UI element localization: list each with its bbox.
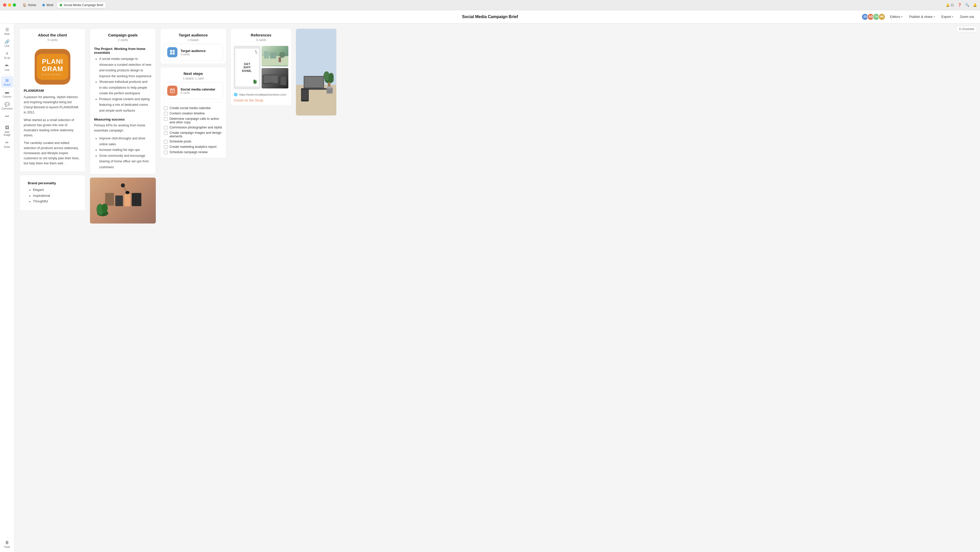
list-item: Showcase individual products and in-situ…: [99, 79, 152, 96]
board-icon-orange: [167, 86, 177, 96]
svg-point-21: [171, 92, 172, 92]
search-button[interactable]: 🔍: [965, 3, 969, 7]
sidebar-item-column[interactable]: ▬ Column: [1, 88, 13, 100]
help-button[interactable]: ❓: [958, 3, 962, 7]
checkbox-item-6[interactable]: Schedule posts: [164, 139, 223, 144]
social-cal-board[interactable]: Social media calendar 0 cards: [164, 82, 223, 99]
references-card: References 3 cards: [231, 29, 292, 106]
draw-icon: ✏: [5, 140, 10, 145]
editors-chevron: ▾: [901, 15, 902, 18]
svg-rect-29: [264, 51, 269, 59]
checkbox-6[interactable]: [164, 140, 167, 143]
svg-point-45: [329, 73, 334, 81]
notification-badge[interactable]: 🔔 21: [946, 3, 954, 7]
tab-campaign-label: Social Media Campaign Brief: [64, 3, 103, 7]
svg-rect-41: [304, 77, 323, 87]
checkbox-2[interactable]: [164, 112, 167, 116]
list-item: Increase mailing list sign ups: [99, 147, 152, 153]
checkbox-3[interactable]: [164, 117, 167, 121]
close-button[interactable]: [3, 3, 6, 6]
checkbox-item-5[interactable]: Create campaign images and design elemen…: [164, 130, 223, 139]
minimize-button[interactable]: [8, 3, 11, 6]
sidebar: ☰ Note 🔗 Link ≡ To-do ✒ Line ⊞ Board ▬ C…: [0, 24, 14, 552]
svg-line-8: [123, 185, 127, 192]
list-item: Produce original content and styling fea…: [99, 96, 152, 114]
editors-button[interactable]: Editors ▾: [888, 14, 905, 20]
checkbox-5[interactable]: [164, 131, 167, 135]
measuring-section: Measuring success Primary KPIs for worki…: [90, 116, 156, 174]
app-header: Social Media Campaign Brief JD AB CK MR …: [0, 10, 980, 24]
avatar-4: MR: [878, 13, 885, 21]
reference-image-poster: GETSHITDONE.: [234, 46, 261, 89]
titlebar-controls: 🔔 21 ❓ 🔍 🔔: [946, 3, 977, 7]
checkbox-8[interactable]: [164, 151, 167, 154]
target-audience-card: Target audience 1 board: [160, 29, 226, 64]
sidebar-item-add-image[interactable]: 🖼 Add image: [1, 124, 13, 138]
checkbox-1[interactable]: [164, 106, 167, 110]
checkbox-4[interactable]: [164, 126, 167, 130]
checkbox-item-8[interactable]: Schedule campaign review: [164, 150, 223, 155]
grid-icon: [170, 49, 175, 55]
project-bullets: A social media campaign to showcase a cu…: [94, 56, 152, 113]
goods-for-study-link[interactable]: Goods for the Study: [234, 98, 263, 102]
unsorted-badge: 0 Unsorted: [956, 26, 977, 32]
svg-rect-0: [105, 193, 114, 206]
list-item: A social media campaign to showcase a cu…: [99, 56, 152, 79]
tab-home[interactable]: 🏠 Home: [20, 2, 39, 8]
svg-point-20: [173, 91, 173, 91]
sidebar-item-draw[interactable]: ✏ Draw: [1, 138, 13, 150]
canvas-inner: About the client 5 cards PLANI GRAM STAT…: [14, 24, 980, 229]
fullscreen-button[interactable]: [13, 3, 16, 6]
svg-point-50: [326, 86, 333, 89]
sidebar-item-line[interactable]: ✒ Line: [1, 62, 13, 73]
comment-icon: 💬: [5, 102, 10, 107]
ref-goods-link[interactable]: Goods for the Study: [231, 97, 291, 106]
sidebar-item-trash[interactable]: 🗑 Trash: [1, 538, 13, 550]
target-audience-board[interactable]: Target audience 0 cards: [164, 44, 223, 61]
sidebar-item-comment[interactable]: 💬 Comment: [1, 100, 13, 112]
link-icon: 🔗: [5, 39, 10, 44]
svg-point-9: [126, 191, 129, 194]
column-icon: ▬: [5, 90, 10, 95]
about-client-body: PLANI GRAM STATIONARY PLANIGRAM A passio…: [20, 44, 85, 171]
references-header: References 3 cards: [231, 29, 291, 44]
checkbox-item-2[interactable]: Content creation timeline: [164, 111, 223, 116]
sidebar-item-todo[interactable]: ≡ To-do: [1, 49, 13, 61]
checkbox-item-7[interactable]: Create marketing analytics report: [164, 144, 223, 150]
svg-point-22: [172, 92, 173, 92]
campaign-tab-dot: [60, 4, 62, 6]
checkbox-7[interactable]: [164, 145, 167, 149]
zoom-button[interactable]: Zoom out: [958, 14, 976, 20]
publish-chevron: ▾: [934, 15, 935, 18]
campaign-goals-card: Campaign goals 2 cards The Project: Work…: [90, 29, 156, 174]
alert-button[interactable]: 🔔: [973, 3, 977, 7]
svg-rect-1: [115, 195, 123, 206]
list-item: Thoughtful: [33, 198, 77, 205]
calendar-icon: [170, 88, 175, 94]
list-item: Inspirational: [33, 193, 77, 199]
line-draw-icon: ✒: [5, 63, 10, 68]
work-tab-dot: [42, 4, 45, 6]
canvas-area[interactable]: 0 Unsorted About the client 5 cards PLAN…: [14, 24, 980, 552]
sidebar-item-note[interactable]: ☰ Note: [1, 25, 13, 37]
checkbox-list: Create social media calendar Content cre…: [161, 105, 226, 158]
tab-work[interactable]: Work: [40, 2, 56, 8]
svg-rect-13: [173, 52, 175, 54]
checkbox-item-4[interactable]: Commission photographer and stylist: [164, 125, 223, 130]
publish-button[interactable]: Publish & share ▾: [907, 14, 937, 20]
sidebar-item-link[interactable]: 🔗 Link: [1, 38, 13, 49]
note-icon: ☰: [5, 27, 10, 32]
campaign-goals-column: Campaign goals 2 cards The Project: Work…: [90, 29, 156, 224]
next-steps-card: Next steps 1 board, 1 card: [160, 67, 226, 158]
tab-campaign[interactable]: Social Media Campaign Brief: [57, 2, 106, 8]
checkbox-item-3[interactable]: Determine campaign calls to action and o…: [164, 116, 223, 125]
board-icon: ⊞: [5, 78, 10, 83]
sidebar-item-board[interactable]: ⊞ Board: [1, 76, 13, 88]
svg-point-18: [171, 91, 172, 91]
more-icon: •••: [5, 114, 10, 119]
sidebar-item-more[interactable]: •••: [1, 112, 13, 120]
svg-rect-48: [302, 89, 308, 100]
checkbox-item-1[interactable]: Create social media calendar: [164, 106, 223, 111]
brand-personality-body: Brand personality Elegant Inspirational …: [24, 178, 81, 208]
export-button[interactable]: Export ▾: [939, 14, 956, 20]
